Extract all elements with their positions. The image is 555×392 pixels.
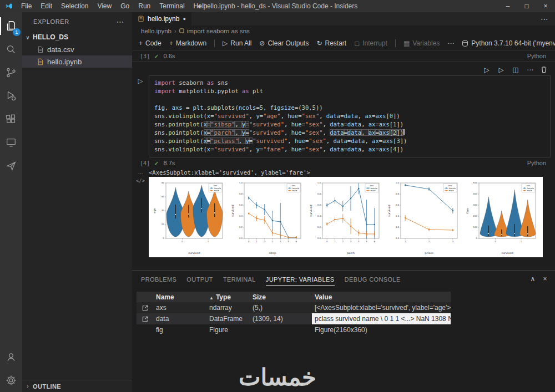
variable-row-axs[interactable]: axsndarray(5,)[<AxesSubplot:xlabel='surv… <box>137 302 451 313</box>
menu-go[interactable]: Go <box>116 0 134 12</box>
menu-edit[interactable]: Edit <box>36 0 57 12</box>
panel-tab-jupyter-variables[interactable]: JUPYTER: VARIABLES <box>266 273 335 286</box>
output-collapse-icon[interactable]: ... <box>132 169 149 175</box>
execution-time: 8.7s <box>163 160 175 166</box>
activity-explorer-icon[interactable]: 1 <box>0 14 22 38</box>
menu-file[interactable]: File <box>17 0 36 12</box>
svg-text:0: 0 <box>163 237 164 240</box>
cell-code-editor[interactable]: import seaborn as snsimport matplotlib.p… <box>149 75 551 157</box>
run-below-icon[interactable]: ▷ <box>497 66 505 74</box>
restart-button[interactable]: ↻Restart <box>316 39 346 47</box>
notebook-toolbar: +Code+Markdown▷Run All⊘Clear Outputs↻Res… <box>132 36 555 51</box>
breadcrumb: hello.ipynb › import seaborn as sns <box>132 26 555 36</box>
menu-run[interactable]: Run <box>134 0 155 12</box>
kernel-picker[interactable]: Python 3.7.10 64-bit ('myenv': conda) <box>462 39 555 47</box>
cell-language[interactable]: Python <box>527 160 546 166</box>
chevron-down-icon: ∨ <box>24 34 31 40</box>
outline-section-header[interactable]: › OUTLINE <box>22 380 132 392</box>
variables-table: Name ▲Type Size Value axsndarray(5,)[<Ax… <box>137 292 451 335</box>
svg-text:0.2: 0.2 <box>396 226 400 228</box>
notebook-file-icon <box>138 16 144 22</box>
split-cell-icon[interactable]: ◫ <box>512 66 519 74</box>
breadcrumb-file[interactable]: hello.ipynb <box>141 28 171 34</box>
column-size[interactable]: Size <box>250 293 312 301</box>
menu-terminal[interactable]: Terminal <box>155 0 189 12</box>
svg-text:sex: sex <box>214 184 218 187</box>
more-actions-icon[interactable]: ⋯ <box>526 66 534 74</box>
column-name[interactable]: Name <box>153 293 206 301</box>
svg-text:1: 1 <box>256 240 258 243</box>
activity-remote-explorer-icon[interactable] <box>0 131 22 154</box>
code-button[interactable]: +Code <box>139 39 162 47</box>
column-value[interactable]: Value <box>312 293 451 301</box>
file-icon <box>37 46 44 53</box>
more-actions-icon: ⋯ <box>447 39 454 47</box>
activity-live-share-icon[interactable] <box>0 154 22 177</box>
more-actions-button[interactable]: ⋯ <box>447 39 454 47</box>
accounts-icon[interactable] <box>0 345 22 369</box>
variable-row-fig[interactable]: figFigureFigure(2160x360) <box>137 324 451 335</box>
settings-gear-icon[interactable] <box>0 369 22 392</box>
variable-value: Figure(2160x360) <box>312 326 451 334</box>
svg-text:fare: fare <box>466 208 469 213</box>
svg-text:sex: sex <box>370 184 374 187</box>
modified-dot-icon[interactable]: ● <box>183 16 185 22</box>
code-line: import seaborn as sns <box>154 79 550 87</box>
svg-text:100: 100 <box>473 226 477 228</box>
file-item-hello-ipynb[interactable]: hello.ipynb <box>22 55 132 68</box>
explorer-more-actions-icon[interactable]: ⋯ <box>116 17 124 26</box>
activity-run-and-debug-icon[interactable] <box>0 84 22 108</box>
close-icon[interactable]: × <box>536 0 555 12</box>
code-line: sns.pointplot(x="sibsp", y="survived", h… <box>154 120 550 129</box>
clear-outputs-button[interactable]: ⊘Clear Outputs <box>259 39 309 47</box>
file-name: hello.ipynb <box>47 58 82 66</box>
panel-tab-debug-console[interactable]: DEBUG CONSOLE <box>345 273 401 286</box>
activity-search-icon[interactable] <box>0 38 22 61</box>
maximize-icon[interactable]: □ <box>517 0 536 12</box>
menu-selection[interactable]: Selection <box>57 0 93 12</box>
svg-text:2: 2 <box>264 240 265 243</box>
text-cursor <box>403 129 405 135</box>
run-above-icon[interactable]: ▷ <box>483 66 491 74</box>
svg-text:sex: sex <box>448 184 452 187</box>
open-in-data-viewer-icon[interactable] <box>142 315 149 323</box>
minimize-icon[interactable]: – <box>498 0 517 12</box>
column-type[interactable]: ▲Type <box>206 293 250 301</box>
open-in-data-viewer-icon[interactable] <box>142 304 149 312</box>
panel-tab-terminal[interactable]: TERMINAL <box>223 273 256 286</box>
panel-maximize-icon[interactable]: ∧ <box>530 275 535 283</box>
markdown-button[interactable]: +Markdown <box>169 39 206 47</box>
file-item-data-csv[interactable]: data.csv <box>22 43 132 55</box>
panel-close-icon[interactable]: × <box>543 275 547 283</box>
svg-text:0.2: 0.2 <box>317 226 321 228</box>
tab-hello-ipynb[interactable]: hello.ipynb ● <box>132 12 191 26</box>
open-in-data-viewer-button[interactable] <box>137 315 153 323</box>
breadcrumb-cell[interactable]: import seaborn as sns <box>187 28 250 34</box>
outline-label: OUTLINE <box>33 383 61 390</box>
activity-source-control-icon[interactable] <box>0 61 22 84</box>
svg-text:0.6: 0.6 <box>317 203 321 206</box>
delete-cell-icon[interactable] <box>541 66 547 73</box>
menu-view[interactable]: View <box>93 0 116 12</box>
run-all-button[interactable]: ▷Run All <box>223 39 251 47</box>
variable-type: DataFrame <box>206 315 250 323</box>
open-in-data-viewer-button[interactable] <box>137 304 153 312</box>
svg-text:female: female <box>214 187 221 190</box>
editor-more-actions-icon[interactable]: ⋯ <box>541 12 555 26</box>
variables-button[interactable]: ▦Variables <box>403 39 440 47</box>
panel-tab-problems[interactable]: PROBLEMS <box>141 273 176 286</box>
output-plot-figure: 02040608001survivedagesexfemalemale0.00.… <box>149 177 543 257</box>
cell-language[interactable]: Python <box>527 53 546 59</box>
interrupt-button[interactable]: ◻Interrupt <box>354 39 387 47</box>
execution-count: [4] <box>140 160 150 166</box>
variable-row-data[interactable]: dataDataFrame(1309, 14)pclass survived n… <box>137 313 451 324</box>
cell-output-plot-row: </> 02040608001survivedagesexfemalemale0… <box>132 176 555 257</box>
mime-type-button[interactable]: </> <box>132 176 149 184</box>
svg-text:5: 5 <box>366 240 367 243</box>
activity-extensions-icon[interactable] <box>0 108 22 131</box>
breadcrumb-separator: › <box>174 28 176 34</box>
panel-tab-output[interactable]: OUTPUT <box>186 273 213 286</box>
menu-bar: FileEditSelectionViewGoRunTerminalHelp <box>17 0 211 12</box>
run-cell-button[interactable]: ▷ <box>132 75 149 157</box>
folder-hello-ds[interactable]: ∨ HELLO_DS <box>22 31 132 43</box>
